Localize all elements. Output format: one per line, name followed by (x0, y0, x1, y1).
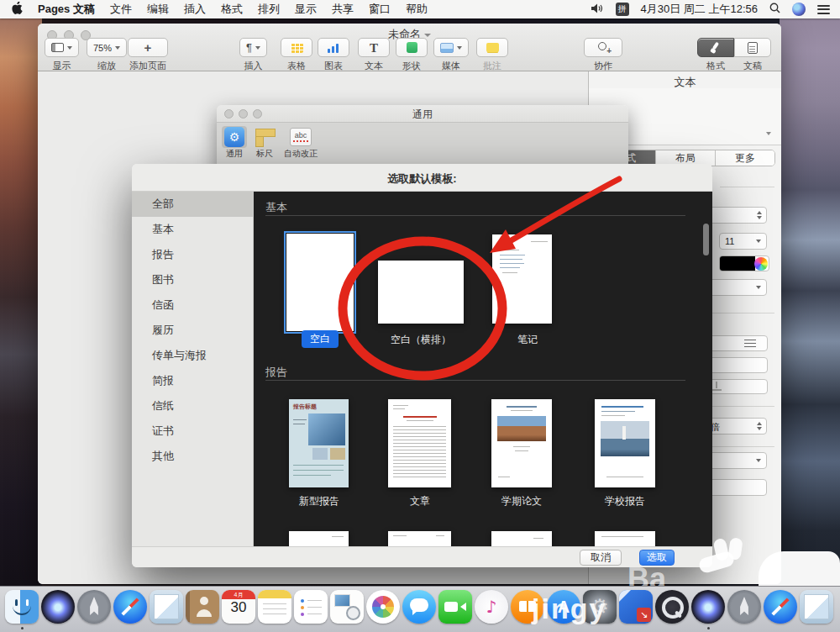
template-term-paper-label[interactable]: 学期论文 (501, 494, 542, 508)
sidebar-item-book[interactable]: 图书 (132, 267, 253, 292)
safari-icon[interactable] (113, 590, 147, 624)
menu-insert[interactable]: 插入 (176, 2, 213, 17)
template-partial[interactable] (388, 531, 451, 546)
siri-icon[interactable] (691, 590, 725, 624)
downloads-app-icon[interactable] (619, 590, 653, 624)
photos-icon[interactable] (366, 590, 400, 624)
thumb-text-line (393, 408, 405, 409)
format-button[interactable]: 格式 (697, 38, 734, 72)
menu-bar: Pages 文稿 文件 编辑 插入 格式 排列 显示 共享 窗口 帮助 拼 4月… (0, 0, 840, 18)
table-button[interactable]: 表格 (281, 38, 312, 72)
prefs-ruler-button[interactable]: 标尺 (252, 126, 277, 160)
sidebar-item-newsletter[interactable]: 简报 (132, 368, 253, 393)
template-school-report[interactable] (595, 399, 655, 487)
ibooks-icon[interactable] (511, 590, 544, 624)
media-button[interactable]: 媒体 (433, 38, 469, 72)
template-note[interactable] (492, 234, 552, 324)
template-blank-label[interactable]: 空白 (302, 330, 339, 348)
collaborate-button[interactable]: 协作 (584, 38, 622, 72)
sidebar-item-stationery[interactable]: 信纸 (132, 393, 253, 419)
menu-file[interactable]: 文件 (102, 2, 139, 17)
template-partial[interactable] (289, 531, 349, 546)
sidebar-item-certificate[interactable]: 证书 (132, 419, 253, 444)
siri-icon[interactable] (41, 590, 75, 624)
menu-app-name[interactable]: Pages 文稿 (30, 2, 102, 17)
text-button[interactable]: 文本 (358, 38, 390, 72)
add-page-button[interactable]: + 添加页面 (128, 38, 168, 72)
thumb-title-line (507, 406, 537, 408)
tab-more[interactable]: 更多 (716, 150, 774, 166)
photo-booth-icon[interactable] (330, 590, 364, 624)
sidebar-item-flyer-poster[interactable]: 传单与海报 (132, 343, 253, 368)
view-button[interactable]: 显示 (45, 38, 79, 72)
facetime-icon[interactable] (438, 590, 472, 624)
shape-button[interactable]: 形状 (396, 38, 428, 72)
sidebar-item-report[interactable]: 报告 (132, 242, 253, 267)
template-term-paper[interactable] (491, 399, 552, 487)
thumb-photo (312, 448, 328, 460)
contacts-icon[interactable] (186, 590, 219, 624)
sidebar-item-other[interactable]: 其他 (132, 444, 253, 469)
finder-icon[interactable] (5, 590, 39, 624)
menu-edit[interactable]: 编辑 (139, 2, 176, 17)
messages-icon[interactable] (402, 590, 436, 624)
template-essay[interactable] (388, 399, 451, 487)
menu-view[interactable]: 显示 (287, 2, 324, 17)
template-school-report-label[interactable]: 学校报告 (605, 494, 645, 508)
notification-center-icon[interactable] (817, 5, 830, 14)
calendar-icon[interactable]: 4月 30 (222, 590, 255, 624)
zoom-button[interactable]: 75% 缩放 (87, 38, 127, 72)
sidebar-item-all[interactable]: 全部 (132, 192, 253, 217)
mail-icon[interactable] (150, 590, 183, 624)
sidebar-item-resume[interactable]: 履历 (132, 318, 253, 343)
app-store-icon[interactable] (547, 590, 580, 624)
insert-button[interactable]: ¶ 插入 (239, 38, 267, 72)
spotlight-search-icon[interactable] (769, 3, 780, 16)
template-essay-label[interactable]: 文章 (410, 494, 430, 508)
color-wheel-icon[interactable] (754, 257, 768, 271)
input-method-icon[interactable]: 拼 (616, 3, 629, 16)
template-blank[interactable] (286, 234, 354, 331)
volume-icon[interactable] (591, 3, 604, 16)
siri-icon[interactable] (792, 3, 806, 16)
text-color-well[interactable] (719, 255, 769, 271)
sidebar-item-letter[interactable]: 信函 (132, 292, 253, 318)
prefs-autocorrect-button[interactable]: abc 自动改正 (284, 126, 318, 160)
menu-help[interactable]: 帮助 (398, 2, 435, 17)
font-size-combo[interactable]: 11 (719, 233, 767, 250)
safari-icon[interactable] (764, 590, 797, 624)
menu-share[interactable]: 共享 (324, 2, 361, 17)
choose-button[interactable]: 选取 (639, 550, 675, 566)
prefs-general-button[interactable]: ⚙ 通用 (222, 126, 247, 160)
menu-clock[interactable]: 4月30日 周二 上午12:56 (641, 2, 758, 17)
mail-icon[interactable] (800, 590, 833, 624)
preferences-title: 通用 (217, 108, 628, 122)
calendar-month: 4月 (222, 590, 255, 599)
sidebar-item-basic[interactable]: 基本 (132, 217, 253, 242)
thumb-text-line (293, 475, 331, 476)
document-panel-button[interactable]: 文稿 (734, 38, 771, 72)
chart-button[interactable]: 图表 (318, 38, 349, 72)
itunes-icon[interactable] (475, 590, 508, 624)
template-blank-landscape[interactable] (378, 261, 464, 324)
thumb-text-line (293, 424, 305, 424)
system-preferences-icon[interactable] (583, 590, 617, 624)
template-modern-report-label[interactable]: 新型报告 (299, 494, 339, 508)
menu-format[interactable]: 格式 (213, 2, 250, 17)
comment-button[interactable]: 批注 (476, 38, 508, 72)
launchpad-icon[interactable] (77, 590, 111, 624)
notes-icon[interactable] (258, 590, 291, 624)
apple-menu-icon[interactable] (0, 2, 30, 17)
template-partial[interactable] (491, 531, 552, 546)
template-modern-report[interactable]: 报告标题 (289, 399, 349, 487)
template-note-label[interactable]: 笔记 (517, 333, 538, 347)
cancel-button[interactable]: 取消 (580, 550, 622, 566)
launchpad-icon[interactable] (727, 590, 761, 624)
template-partial[interactable] (595, 531, 655, 546)
dialog-scrollbar[interactable] (703, 224, 709, 255)
reminders-icon[interactable] (294, 590, 328, 624)
menu-arrange[interactable]: 排列 (250, 2, 287, 17)
menu-window[interactable]: 窗口 (361, 2, 398, 17)
quicktime-icon[interactable] (655, 590, 689, 624)
template-blank-landscape-label[interactable]: 空白（横排） (391, 333, 451, 347)
